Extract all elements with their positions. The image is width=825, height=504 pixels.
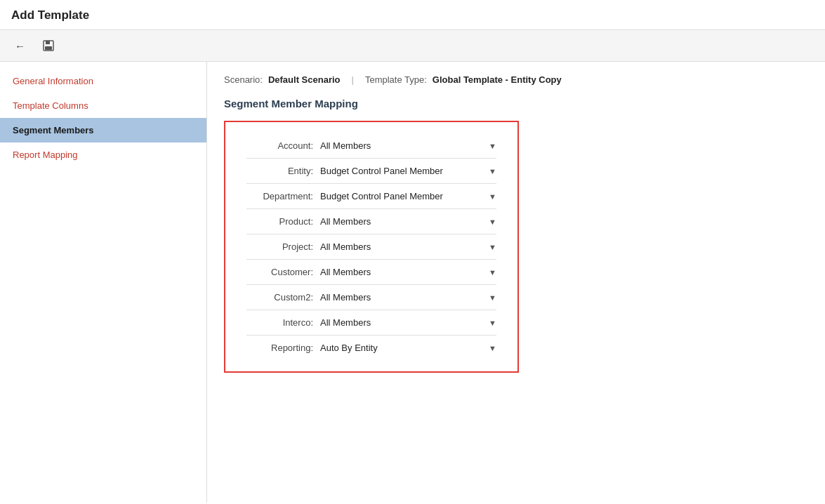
sidebar: General Information Template Columns Seg… <box>0 62 207 503</box>
sidebar-item-template-columns[interactable]: Template Columns <box>0 93 206 118</box>
value-account: All Members <box>320 140 371 151</box>
main-layout: General Information Template Columns Seg… <box>0 62 825 503</box>
scenario-divider: | <box>352 74 354 85</box>
mapping-row-reporting: Reporting: Auto By Entity ▼ <box>246 336 496 360</box>
label-reporting: Reporting: <box>246 343 313 353</box>
label-customer: Customer: <box>246 267 313 277</box>
svg-rect-2 <box>45 46 52 50</box>
chevron-down-icon-interco: ▼ <box>489 319 496 327</box>
mapping-box: Account: All Members ▼ Entity: Budget Co… <box>224 121 519 373</box>
template-type-label: Template Type: <box>365 74 427 85</box>
mapping-row-department: Department: Budget Control Panel Member … <box>246 184 496 209</box>
label-project: Project: <box>246 241 313 252</box>
value-reporting: Auto By Entity <box>320 343 378 353</box>
chevron-down-icon-project: ▼ <box>489 243 496 251</box>
label-product: Product: <box>246 216 313 227</box>
chevron-down-icon-custom2: ▼ <box>489 293 496 302</box>
mapping-row-account: Account: All Members ▼ <box>246 133 496 159</box>
chevron-down-icon-entity: ▼ <box>489 167 496 175</box>
select-department[interactable]: Budget Control Panel Member ▼ <box>320 190 496 203</box>
title-bar: Add Template <box>0 0 825 30</box>
select-customer[interactable]: All Members ▼ <box>320 265 496 279</box>
page-title: Add Template <box>11 8 814 22</box>
back-button[interactable]: ← <box>10 37 30 55</box>
value-department: Budget Control Panel Member <box>320 191 443 201</box>
save-button[interactable] <box>37 36 60 55</box>
value-product: All Members <box>320 216 371 227</box>
select-product[interactable]: All Members ▼ <box>320 215 496 228</box>
select-custom2[interactable]: All Members ▼ <box>320 291 496 304</box>
value-customer: All Members <box>320 267 371 277</box>
mapping-row-customer: Customer: All Members ▼ <box>246 260 496 285</box>
label-entity: Entity: <box>246 166 313 176</box>
scenario-value: Default Scenario <box>268 74 341 85</box>
scenario-label: Scenario: <box>224 74 263 85</box>
select-reporting[interactable]: Auto By Entity ▼ <box>320 341 496 354</box>
value-interco: All Members <box>320 317 371 328</box>
mapping-row-project: Project: All Members ▼ <box>246 234 496 260</box>
select-project[interactable]: All Members ▼ <box>320 240 496 253</box>
svg-rect-1 <box>46 41 50 44</box>
value-custom2: All Members <box>320 292 371 303</box>
toolbar: ← <box>0 30 825 62</box>
chevron-down-icon-reporting: ▼ <box>489 344 496 352</box>
chevron-down-icon-product: ▼ <box>489 218 496 226</box>
section-title: Segment Member Mapping <box>224 98 808 110</box>
template-type-value: Global Template - Entity Copy <box>433 74 562 85</box>
chevron-down-icon-department: ▼ <box>489 192 496 201</box>
mapping-row-product: Product: All Members ▼ <box>246 209 496 234</box>
sidebar-item-segment-members[interactable]: Segment Members <box>0 118 206 142</box>
scenario-bar: Scenario: Default Scenario | Template Ty… <box>224 74 808 85</box>
chevron-down-icon-customer: ▼ <box>489 268 496 277</box>
value-project: All Members <box>320 241 371 252</box>
mapping-row-custom2: Custom2: All Members ▼ <box>246 285 496 310</box>
select-entity[interactable]: Budget Control Panel Member ▼ <box>320 164 496 178</box>
select-interco[interactable]: All Members ▼ <box>320 316 496 329</box>
chevron-down-icon-account: ▼ <box>489 142 496 150</box>
select-account[interactable]: All Members ▼ <box>320 139 496 152</box>
content-area: Scenario: Default Scenario | Template Ty… <box>207 62 825 503</box>
save-icon <box>42 39 55 52</box>
sidebar-item-report-mapping[interactable]: Report Mapping <box>0 142 206 167</box>
mapping-row-interco: Interco: All Members ▼ <box>246 310 496 336</box>
sidebar-item-general-information[interactable]: General Information <box>0 69 206 93</box>
label-department: Department: <box>246 191 313 201</box>
label-custom2: Custom2: <box>246 292 313 303</box>
mapping-row-entity: Entity: Budget Control Panel Member ▼ <box>246 159 496 184</box>
label-account: Account: <box>246 140 313 151</box>
label-interco: Interco: <box>246 317 313 328</box>
value-entity: Budget Control Panel Member <box>320 166 443 176</box>
